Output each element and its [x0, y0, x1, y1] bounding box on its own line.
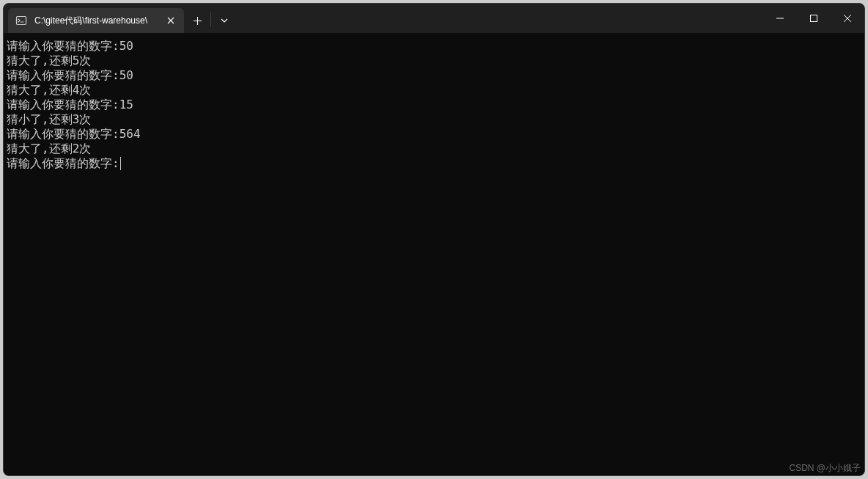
terminal-line: 猜小了,还剩3次: [7, 112, 861, 127]
svg-rect-3: [811, 15, 817, 22]
watermark-text: CSDN @小小娥子: [789, 462, 861, 475]
terminal-line: 请输入你要猜的数字:15: [7, 98, 861, 112]
svg-rect-0: [17, 17, 26, 25]
terminal-line: 请输入你要猜的数字:564: [7, 127, 861, 142]
terminal-cursor: [120, 157, 121, 170]
new-tab-button[interactable]: [184, 8, 210, 33]
active-tab[interactable]: C:\gitee代码\first-warehouse\: [8, 8, 184, 33]
terminal-line: 请输入你要猜的数字:50: [7, 39, 861, 54]
terminal-window: C:\gitee代码\first-warehouse\: [3, 3, 865, 476]
terminal-line: 请输入你要猜的数字:50: [7, 68, 861, 83]
minimize-button[interactable]: [763, 4, 797, 33]
tab-close-button[interactable]: [165, 15, 177, 26]
title-bar-drag-region[interactable]: [238, 4, 763, 33]
terminal-line: 猜大了,还剩2次: [7, 142, 861, 156]
terminal-line: 猜大了,还剩5次: [7, 54, 861, 68]
title-bar: C:\gitee代码\first-warehouse\: [4, 4, 864, 33]
terminal-output[interactable]: 请输入你要猜的数字:50猜大了,还剩5次请输入你要猜的数字:50猜大了,还剩4次…: [4, 33, 864, 475]
terminal-prompt: 请输入你要猜的数字:: [7, 156, 119, 170]
terminal-icon: [15, 15, 27, 26]
window-controls: [763, 4, 864, 33]
terminal-prompt-line: 请输入你要猜的数字:: [7, 156, 861, 171]
tab-dropdown-button[interactable]: [211, 8, 238, 33]
maximize-button[interactable]: [797, 4, 831, 33]
tab-title: C:\gitee代码\first-warehouse\: [34, 15, 158, 27]
close-button[interactable]: [831, 4, 864, 33]
terminal-line: 猜大了,还剩4次: [7, 83, 861, 98]
tab-region: C:\gitee代码\first-warehouse\: [4, 4, 184, 33]
